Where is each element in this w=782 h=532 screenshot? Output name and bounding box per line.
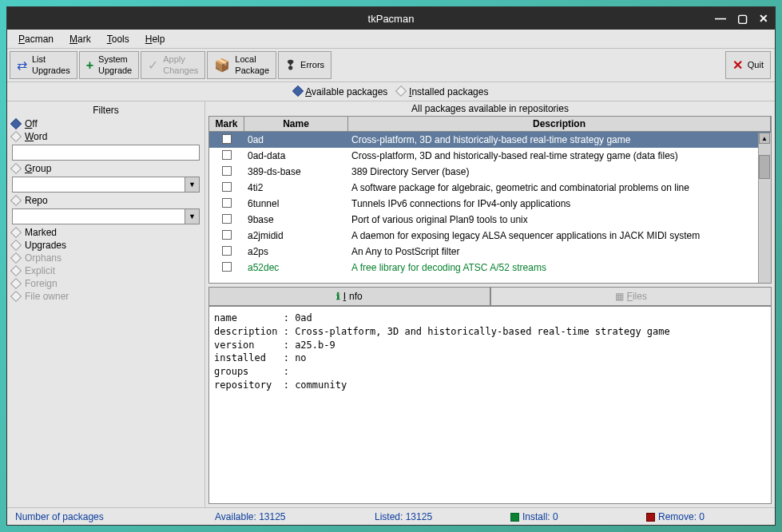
- list-upgrades-button[interactable]: ⇄ ListUpgrades: [10, 51, 77, 79]
- menu-mark[interactable]: Mark: [63, 31, 97, 47]
- tool-label: Quit: [748, 60, 764, 70]
- titlebar: tkPacman — ▢ ✕: [7, 7, 775, 30]
- filter-upgrades[interactable]: Upgrades: [12, 239, 200, 252]
- pkg-name: 6tunnel: [244, 198, 348, 209]
- tab-info[interactable]: ℹ Info: [208, 287, 490, 306]
- table-row[interactable]: a52decA free library for decoding ATSC A…: [209, 260, 771, 276]
- pkg-desc: Tunnels IPv6 connections for IPv4-only a…: [348, 198, 771, 209]
- filter-file-owner: File owner: [12, 290, 200, 303]
- system-upgrade-button[interactable]: + SystemUpgrade: [79, 51, 140, 79]
- menu-help[interactable]: Help: [139, 31, 172, 47]
- table-row[interactable]: 0ad-dataCross-platform, 3D and historica…: [209, 148, 771, 164]
- table-row[interactable]: 4ti2A software package for algebraic, ge…: [209, 180, 771, 196]
- repo-select[interactable]: ▼: [12, 208, 200, 224]
- filter-group[interactable]: Group: [12, 162, 200, 175]
- errors-button[interactable]: ❢ Errors: [278, 51, 331, 79]
- mark-checkbox[interactable]: [222, 246, 232, 256]
- statusbar: Number of packages Available: 13125 List…: [7, 507, 775, 525]
- status-label: Number of packages: [15, 511, 215, 522]
- pkg-desc: 389 Directory Server (base): [348, 166, 771, 177]
- package-icon: 📦: [214, 58, 230, 73]
- table-header: Mark Name Description: [209, 117, 771, 132]
- col-mark[interactable]: Mark: [209, 117, 244, 131]
- chevron-down-icon: ▼: [185, 177, 199, 192]
- mark-checkbox[interactable]: [222, 262, 232, 272]
- mark-checkbox[interactable]: [222, 182, 232, 192]
- table-row[interactable]: 9basePort of various original Plan9 tool…: [209, 212, 771, 228]
- pkg-desc: Port of various original Plan9 tools to …: [348, 214, 771, 225]
- group-select[interactable]: ▼: [12, 177, 200, 193]
- apply-changes-button[interactable]: ✓ ApplyChanges: [141, 51, 205, 79]
- pkg-desc: Cross-platform, 3D and historically-base…: [348, 150, 771, 161]
- pkg-desc: A software package for algebraic, geomet…: [348, 182, 771, 193]
- tool-label: ApplyChanges: [163, 54, 198, 75]
- table-row[interactable]: 389-ds-base389 Directory Server (base): [209, 164, 771, 180]
- plus-icon: +: [86, 58, 93, 73]
- filters-sidebar: Filters Off Word Group ▼ Repo ▼ Marked U…: [7, 101, 205, 507]
- main-title: All packages available in repositories: [205, 101, 775, 116]
- word-input[interactable]: [12, 145, 200, 161]
- table-row[interactable]: 0adCross-platform, 3D and historically-b…: [209, 132, 771, 148]
- tool-label: LocalPackage: [235, 54, 269, 75]
- status-listed: Listed: 13125: [375, 511, 510, 522]
- mark-checkbox[interactable]: [222, 230, 232, 240]
- table-scrollbar[interactable]: ▲: [758, 133, 771, 283]
- filter-word[interactable]: Word: [12, 130, 200, 143]
- info-icon: ℹ: [336, 291, 340, 302]
- chevron-down-icon: ▼: [185, 209, 199, 224]
- mark-checkbox[interactable]: [222, 214, 232, 224]
- pkg-name: 9base: [244, 214, 348, 225]
- pkg-name: 0ad: [244, 134, 348, 145]
- info-panel[interactable]: name : 0ad description : Cross-platform,…: [208, 306, 772, 504]
- pkg-desc: A free library for decoding ATSC A/52 st…: [348, 262, 771, 273]
- menu-pacman[interactable]: Pacman: [12, 31, 60, 47]
- status-install: Install: 0: [510, 511, 646, 522]
- pkg-name: 4ti2: [244, 182, 348, 193]
- filter-foreign: Foreign: [12, 277, 200, 290]
- status-available: Available: 13125: [215, 511, 375, 522]
- close-button[interactable]: ✕: [759, 12, 768, 25]
- minimize-button[interactable]: —: [715, 12, 726, 25]
- mark-checkbox[interactable]: [222, 198, 232, 208]
- available-packages-radio[interactable]: Available packages: [294, 86, 388, 97]
- table-row[interactable]: a2jmididA daemon for exposing legacy ALS…: [209, 228, 771, 244]
- mark-checkbox[interactable]: [222, 134, 232, 144]
- filter-off[interactable]: Off: [12, 117, 200, 130]
- pkg-name: a2jmidid: [244, 230, 348, 241]
- window-title: tkPacman: [368, 13, 415, 25]
- filter-marked[interactable]: Marked: [12, 226, 200, 239]
- scroll-up-icon[interactable]: ▲: [759, 133, 770, 144]
- local-package-button[interactable]: 📦 LocalPackage: [207, 51, 276, 79]
- quit-button[interactable]: ✕ Quit: [725, 51, 771, 79]
- scroll-thumb[interactable]: [759, 155, 770, 179]
- mark-checkbox[interactable]: [222, 150, 232, 160]
- menu-tools[interactable]: Tools: [101, 31, 136, 47]
- tool-label: Errors: [300, 60, 324, 70]
- main-panel: All packages available in repositories M…: [205, 101, 775, 507]
- installed-packages-radio[interactable]: Installed packages: [397, 86, 489, 97]
- tool-label: ListUpgrades: [32, 54, 70, 75]
- red-square-icon: [646, 513, 655, 522]
- pkg-desc: Cross-platform, 3D and historically-base…: [348, 134, 771, 145]
- detail-tabs: ℹ Info ▦ Files: [208, 287, 772, 306]
- app-window: tkPacman — ▢ ✕ Pacman Mark Tools Help ⇄ …: [6, 6, 776, 526]
- filter-repo[interactable]: Repo: [12, 194, 200, 207]
- files-icon: ▦: [615, 291, 624, 302]
- tab-files[interactable]: ▦ Files: [490, 287, 772, 306]
- col-name[interactable]: Name: [244, 117, 348, 131]
- pkg-name: 0ad-data: [244, 150, 348, 161]
- pkg-name: a2ps: [244, 246, 348, 257]
- x-icon: ✕: [732, 58, 743, 73]
- filters-title: Filters: [12, 103, 200, 117]
- table-row[interactable]: a2psAn Any to PostScript filter: [209, 244, 771, 260]
- pkg-name: a52dec: [244, 262, 348, 273]
- pkg-desc: A daemon for exposing legacy ALSA sequen…: [348, 230, 771, 241]
- filter-explicit: Explicit: [12, 264, 200, 277]
- table-row[interactable]: 6tunnelTunnels IPv6 connections for IPv4…: [209, 196, 771, 212]
- col-desc[interactable]: Description: [348, 117, 771, 131]
- maximize-button[interactable]: ▢: [737, 12, 748, 25]
- tool-label: SystemUpgrade: [98, 54, 132, 75]
- package-table: Mark Name Description 0adCross-platform,…: [208, 116, 772, 284]
- mark-checkbox[interactable]: [222, 166, 232, 176]
- swap-icon: ⇄: [17, 58, 27, 73]
